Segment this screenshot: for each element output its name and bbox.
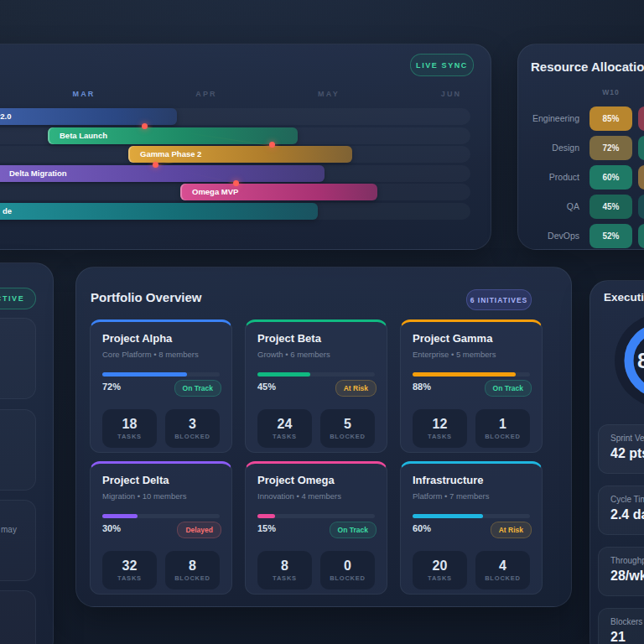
progress-percent: 72%: [102, 382, 121, 392]
team-label: Product: [518, 165, 579, 190]
side-list-item[interactable]: [0, 590, 36, 644]
side-list-item[interactable]: [0, 318, 36, 399]
status-badge: On Track: [174, 380, 221, 397]
tasks-count: 32: [122, 559, 138, 573]
blocked-label: BLOCKED: [330, 433, 366, 440]
progress-fill: [102, 514, 138, 518]
tasks-label: TASKS: [428, 574, 452, 582]
resource-row-devops: DevOps 52%: [518, 224, 644, 249]
blocked-stat: 5BLOCKED: [320, 409, 375, 448]
progress-track: [257, 514, 375, 518]
progress-fill: [257, 372, 310, 377]
week-column-header: W10: [589, 88, 632, 96]
milestone-dot[interactable]: [269, 142, 275, 148]
project-card-infrastructure[interactable]: Infrastructure Platform • 7 members 60% …: [400, 461, 543, 595]
allocation-cell-next[interactable]: [638, 195, 644, 219]
allocation-cell-next[interactable]: [638, 106, 644, 131]
team-label: Design: [518, 136, 579, 160]
gantt-bar-gamma-phase-2[interactable]: Gamma Phase 2: [128, 146, 352, 163]
project-name: Project Delta: [102, 474, 169, 486]
allocation-cell[interactable]: 60%: [589, 165, 632, 190]
metric-card-blockers: Blockers 21: [598, 608, 644, 644]
metric-card-throughput: Throughput 28/wk: [598, 547, 644, 596]
metric-label: Cycle Time: [610, 495, 644, 504]
execution-title: Execution Metrics: [604, 291, 644, 304]
tasks-stat: 12TASKS: [413, 409, 467, 448]
project-card-gamma[interactable]: Project Gamma Enterprise • 5 members 88%…: [400, 319, 543, 453]
progress-fill: [102, 372, 187, 377]
project-card-omega[interactable]: Project Omega Innovation • 4 members 15%…: [245, 461, 387, 595]
side-note-fragment: may: [1, 525, 17, 534]
progress-track: [413, 514, 530, 518]
blocked-stat: 8BLOCKED: [165, 551, 220, 589]
portfolio-overview-panel: Portfolio Overview 6 INITIATIVES Project…: [75, 267, 572, 607]
milestone-dot[interactable]: [153, 162, 158, 168]
project-meta: Enterprise • 5 members: [413, 350, 496, 359]
allocation-cell[interactable]: 72%: [589, 136, 632, 160]
progress-track: [102, 514, 220, 518]
tasks-stat: 20TASKS: [413, 551, 467, 589]
gantt-bar-beta-launch[interactable]: Beta Launch: [48, 127, 298, 144]
gantt-bar-v2[interactable]: v2.0: [0, 108, 177, 125]
tasks-stat: 8TASKS: [257, 551, 312, 589]
resource-row-engineering: Engineering 85%: [518, 106, 644, 132]
resource-allocation-panel: Resource Allocation W10 Engineering 85% …: [517, 44, 644, 250]
dashboard: { "colors": { "accent_blue": "#3b82f6", …: [0, 0, 644, 644]
project-card-beta[interactable]: Project Beta Growth • 6 members 45% At R…: [245, 319, 387, 453]
metric-label: Sprint Velocity: [610, 434, 644, 443]
status-badge: On Track: [485, 380, 532, 397]
tasks-label: TASKS: [273, 433, 297, 440]
gantt-bar-upgrade[interactable]: de: [0, 203, 318, 220]
milestone-dot[interactable]: [142, 123, 148, 129]
metric-value: 42 pts: [610, 446, 644, 461]
milestone-dot[interactable]: [233, 180, 239, 186]
tasks-label: TASKS: [117, 433, 142, 440]
tasks-stat: 24TASKS: [257, 409, 312, 448]
allocation-cell[interactable]: 52%: [589, 224, 632, 248]
tasks-label: TASKS: [273, 574, 297, 582]
allocation-cell-next[interactable]: [638, 165, 644, 190]
metric-card-sprint-velocity: Sprint Velocity 42 pts: [598, 424, 644, 474]
allocation-cell[interactable]: 45%: [589, 195, 632, 219]
project-meta: Core Platform • 8 members: [102, 350, 199, 359]
left-side-panel: ACTIVE may: [0, 262, 54, 644]
status-badge: At Risk: [491, 522, 532, 538]
project-card-alpha[interactable]: Project Alpha Core Platform • 8 members …: [90, 319, 232, 453]
allocation-cell-next[interactable]: [638, 136, 644, 160]
team-label: QA: [518, 195, 579, 219]
blocked-label: BLOCKED: [174, 574, 210, 582]
progress-percent: 60%: [413, 523, 431, 533]
month-label-mar: MAR: [59, 90, 109, 98]
blocked-label: BLOCKED: [174, 433, 210, 440]
blocked-count: 3: [189, 418, 196, 431]
active-badge: ACTIVE: [0, 288, 36, 309]
gantt-bar-omega-mvp[interactable]: Omega MVP: [180, 184, 377, 200]
metric-card-cycle-time: Cycle Time 2.4 days: [598, 486, 644, 535]
progress-percent: 30%: [102, 523, 121, 533]
project-meta: Growth • 6 members: [257, 350, 330, 359]
tasks-label: TASKS: [428, 433, 452, 440]
tasks-count: 20: [433, 559, 448, 573]
timeline-panel: LIVE SYNC MAR APR MAY JUN v2.0 Beta Laun…: [0, 44, 491, 250]
project-name: Project Beta: [257, 332, 321, 345]
resource-row-design: Design 72%: [518, 136, 644, 161]
live-sync-badge[interactable]: LIVE SYNC: [410, 54, 474, 76]
side-list-item[interactable]: [0, 500, 36, 581]
blocked-count: 5: [344, 418, 351, 431]
project-meta: Migration • 10 members: [102, 491, 186, 501]
progress-track: [102, 372, 220, 377]
tasks-count: 12: [433, 418, 448, 431]
allocation-cell-next[interactable]: [638, 224, 644, 248]
project-name: Project Alpha: [102, 332, 172, 345]
blocked-stat: 0BLOCKED: [320, 551, 375, 589]
side-list-item[interactable]: [0, 409, 36, 491]
month-label-apr: APR: [181, 90, 231, 98]
metric-value: 28/wk: [610, 569, 644, 584]
tasks-count: 18: [122, 418, 138, 431]
blocked-stat: 1BLOCKED: [475, 409, 530, 448]
gantt-bar-delta-migration[interactable]: Delta Migration: [0, 165, 325, 182]
allocation-cell[interactable]: 85%: [589, 106, 632, 131]
project-card-delta[interactable]: Project Delta Migration • 10 members 30%…: [90, 461, 232, 595]
initiatives-count-badge: 6 INITIATIVES: [466, 289, 532, 310]
team-label: Engineering: [518, 106, 579, 131]
